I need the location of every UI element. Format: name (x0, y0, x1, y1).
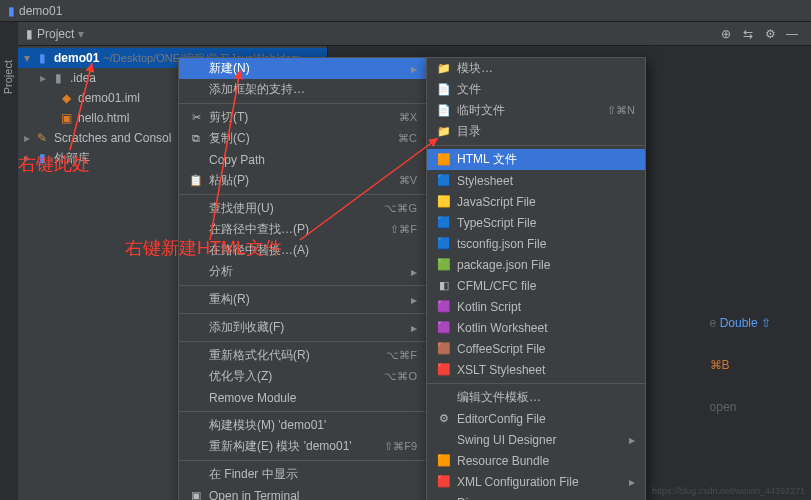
menu-item-label: 在路径中替换…(A) (209, 242, 417, 259)
menu-item[interactable]: 🟩package.json File (427, 254, 645, 275)
menu-item-label: Remove Module (209, 391, 417, 405)
hide-icon[interactable]: — (784, 27, 800, 41)
menu-item[interactable]: Remove Module (179, 387, 427, 408)
scratches-icon: ✎ (34, 131, 50, 145)
menu-separator (179, 460, 427, 461)
project-tool-label[interactable]: Project (2, 60, 14, 94)
menu-item[interactable]: 重新格式化代码(R)⌥⌘F (179, 345, 427, 366)
menu-item-label: 在 Finder 中显示 (209, 466, 417, 483)
menu-item-shortcut: ⌘X (399, 111, 417, 124)
menu-item-icon: 🟩 (435, 258, 453, 271)
menu-item[interactable]: Diagram▸ (427, 492, 645, 500)
menu-item-label: Stylesheet (457, 174, 635, 188)
menu-item[interactable]: 重构(R)▸ (179, 289, 427, 310)
menu-item[interactable]: 📋粘贴(P)⌘V (179, 170, 427, 191)
gear-icon[interactable]: ⚙ (762, 27, 778, 41)
menu-item[interactable]: 🟧Resource Bundle (427, 450, 645, 471)
menu-item[interactable]: 🟥XSLT Stylesheet (427, 359, 645, 380)
menu-item[interactable]: 🟪Kotlin Script (427, 296, 645, 317)
menu-item[interactable]: ▣Open in Terminal (179, 485, 427, 500)
menu-item[interactable]: 在路径中替换…(A) (179, 240, 427, 261)
tree-item-label: Scratches and Consol (54, 131, 171, 145)
menu-separator (179, 103, 427, 104)
menu-item[interactable]: 🟫CoffeeScript File (427, 338, 645, 359)
menu-item-icon: ⚙ (435, 412, 453, 425)
menu-item-shortcut: ⇧⌘N (607, 104, 635, 117)
menu-item-icon: 🟦 (435, 174, 453, 187)
menu-item-label: CoffeeScript File (457, 342, 635, 356)
menu-item[interactable]: 查找使用(U)⌥⌘G (179, 198, 427, 219)
menu-item-shortcut: ⇧⌘F (390, 223, 417, 236)
menu-item[interactable]: 📄临时文件⇧⌘N (427, 100, 645, 121)
menu-item-label: 重新构建(E) 模块 'demo01' (209, 438, 384, 455)
menu-item-label: 构建模块(M) 'demo01' (209, 417, 417, 434)
menu-item[interactable]: 🟨JavaScript File (427, 191, 645, 212)
chevron-right-icon[interactable]: ▸ (24, 151, 34, 165)
expand-icon[interactable]: ⇆ (740, 27, 756, 41)
folder-icon: ▮ (8, 4, 15, 18)
menu-item-icon: 📁 (435, 125, 453, 138)
menu-item-label: CFML/CFC file (457, 279, 635, 293)
menu-item-icon: 📄 (435, 104, 453, 117)
menu-item[interactable]: 添加到收藏(F)▸ (179, 317, 427, 338)
menu-item[interactable]: 分析▸ (179, 261, 427, 282)
menu-item[interactable]: 🟥XML Configuration File▸ (427, 471, 645, 492)
menu-item[interactable]: 📁模块… (427, 58, 645, 79)
hint-kbd: ⌘B (710, 358, 730, 372)
menu-item-label: 添加框架的支持… (209, 81, 417, 98)
dropdown-icon[interactable]: ▾ (78, 27, 84, 41)
menu-item[interactable]: ⧉复制(C)⌘C (179, 128, 427, 149)
folder-icon: ▮ (50, 71, 66, 85)
menu-item-label: 在路径中查找…(P) (209, 221, 390, 238)
submenu-arrow-icon: ▸ (411, 293, 417, 307)
chevron-down-icon[interactable]: ▾ (24, 51, 34, 65)
menu-item[interactable]: 构建模块(M) 'demo01' (179, 415, 427, 436)
hint-text: e (710, 316, 720, 330)
menu-item[interactable]: 🟦tsconfig.json File (427, 233, 645, 254)
menu-item-label: TypeScript File (457, 216, 635, 230)
menu-item[interactable]: 🟪Kotlin Worksheet (427, 317, 645, 338)
menu-item-label: 复制(C) (209, 130, 398, 147)
menu-item[interactable]: 优化导入(Z)⌥⌘O (179, 366, 427, 387)
menu-item-label: Kotlin Worksheet (457, 321, 635, 335)
menu-item-label: XML Configuration File (457, 475, 623, 489)
menu-item[interactable]: ◧CFML/CFC file (427, 275, 645, 296)
editor-hints: e Double ⇧ ⌘B open (710, 311, 771, 419)
menu-item[interactable]: 📁目录 (427, 121, 645, 142)
target-icon[interactable]: ⊕ (718, 27, 734, 41)
menu-item-label: 剪切(T) (209, 109, 399, 126)
tree-item-label: hello.html (78, 111, 129, 125)
menu-item[interactable]: ⚙EditorConfig File (427, 408, 645, 429)
menu-item[interactable]: 🟦Stylesheet (427, 170, 645, 191)
menu-item-label: tsconfig.json File (457, 237, 635, 251)
menu-item[interactable]: 编辑文件模板… (427, 387, 645, 408)
menu-item-label: 查找使用(U) (209, 200, 384, 217)
titlebar: ▮ demo01 (0, 0, 811, 22)
menu-item[interactable]: 添加框架的支持… (179, 79, 427, 100)
menu-item[interactable]: 📄文件 (427, 79, 645, 100)
menu-item-label: 添加到收藏(F) (209, 319, 405, 336)
menu-separator (427, 383, 645, 384)
menu-item[interactable]: Swing UI Designer▸ (427, 429, 645, 450)
menu-item-shortcut: ⌥⌘F (386, 349, 417, 362)
chevron-right-icon[interactable]: ▸ (40, 71, 50, 85)
menu-item[interactable]: Copy Path (179, 149, 427, 170)
menu-item[interactable]: 在路径中查找…(P)⇧⌘F (179, 219, 427, 240)
menu-item[interactable]: 🟧HTML 文件 (427, 149, 645, 170)
menu-item-label: 文件 (457, 81, 635, 98)
menu-item[interactable]: 重新构建(E) 模块 'demo01'⇧⌘F9 (179, 436, 427, 457)
html-icon: ▣ (58, 111, 74, 125)
menu-item-label: Open in Terminal (209, 489, 417, 501)
chevron-right-icon[interactable]: ▸ (24, 131, 34, 145)
menu-item-icon: 🟥 (435, 475, 453, 488)
menu-item[interactable]: 新建(N)▸ (179, 58, 427, 79)
menu-item-label: JavaScript File (457, 195, 635, 209)
menu-item[interactable]: 🟦TypeScript File (427, 212, 645, 233)
menu-item-label: package.json File (457, 258, 635, 272)
toolbar-label[interactable]: Project (37, 27, 74, 41)
menu-item[interactable]: 在 Finder 中显示 (179, 464, 427, 485)
menu-item-icon: 📄 (435, 83, 453, 96)
menu-item-shortcut: ⌥⌘G (384, 202, 417, 215)
menu-item-label: Kotlin Script (457, 300, 635, 314)
menu-item[interactable]: ✂剪切(T)⌘X (179, 107, 427, 128)
